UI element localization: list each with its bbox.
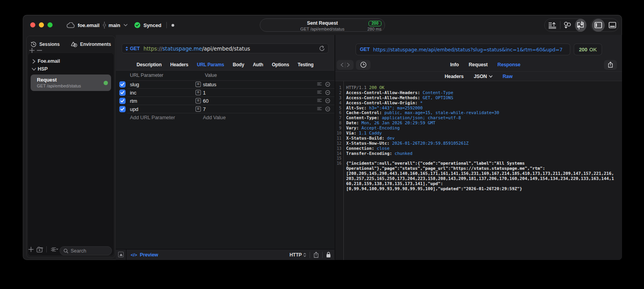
param-enabled-checkbox[interactable] [119,98,126,104]
param-value[interactable]: 1 [203,90,206,96]
environments-icon [71,41,77,47]
chevron-down-icon [489,75,493,78]
response-request-line[interactable]: GET https://statuspage.me/api/embed/stat… [356,44,570,55]
tab-info[interactable]: Info [450,62,459,67]
request-list-item-selected[interactable]: Request GET /api/embed/status [31,75,111,91]
subtab-json[interactable]: JSON [474,74,492,79]
protocol-selector[interactable]: HTTP [290,252,306,258]
new-folder-icon[interactable] [36,247,43,253]
header-value: public, max-age=15, stale-while-revalida… [382,110,499,115]
param-name[interactable]: upd [130,106,138,112]
share-icon[interactable] [314,252,319,258]
line-number [335,176,343,181]
response-raw-view[interactable]: 1 HTTP/1.1 200 OK 2 Access-Control-Allow… [335,81,622,260]
sidebar-tab-environments[interactable]: Environments [71,41,111,47]
tab-request[interactable]: Request [469,62,487,67]
param-enabled-checkbox[interactable] [119,81,126,87]
param-value[interactable]: status [203,82,216,87]
response-tabs: Info Request Response [370,59,600,70]
param-name[interactable]: rtm [130,98,137,104]
line-number: 1 [335,85,343,90]
sync-loops-icon[interactable] [563,21,572,29]
back-icon[interactable] [340,63,345,67]
status-code-badge: 200 [369,21,381,26]
param-format-icon[interactable] [317,99,322,103]
sidebar-add-icon[interactable] [29,47,35,54]
collapse-panel-icon[interactable] [118,252,124,257]
sidebar: Sessions Environments [26,36,115,258]
response-header-line: Access-Control-Allow-Origin* [343,100,423,105]
param-remove-icon[interactable] [325,90,330,95]
titlebar-separator [166,22,167,28]
toggle-sidebar-button-active[interactable] [592,19,605,32]
request-url-field[interactable]: GET https://statuspage.me/api/embed/stat… [122,44,328,53]
lock-icon[interactable] [326,252,331,258]
response-method: GET [360,47,370,52]
chevron-down-icon[interactable] [124,24,128,26]
request-url[interactable]: https://statuspage.me/api/embed/status [143,45,250,52]
subtab-raw[interactable]: Raw [503,74,513,79]
tab-response[interactable]: Response [498,62,521,67]
branch-icon [103,22,106,29]
param-remove-icon[interactable] [325,82,330,87]
sidebar-remove-icon[interactable] [36,47,43,54]
response-url: https://statuspage.me/api/embed/status?s… [373,47,562,53]
header-value: chunked [392,151,412,156]
sidebar-bottom-toolbar: Search [27,244,114,255]
add-request-icon[interactable] [28,247,34,252]
param-remove-icon[interactable] [325,107,330,111]
export-list-icon[interactable] [548,22,556,29]
search-input[interactable]: Search [60,246,112,255]
param-value[interactable]: 60 [203,98,208,104]
sidebar-tab-sessions[interactable]: Sessions [31,42,60,47]
sessions-list: Foe.email HSP Request GET /api/embed/sta… [27,53,114,256]
sent-request-status-pill[interactable]: Sent Request GET /api/embed/status 200 2… [260,18,385,32]
code-icon: </> [131,253,137,257]
chevron-down-icon[interactable] [30,68,38,71]
toolbar-group-actions [544,18,587,32]
param-name[interactable]: slug [130,82,139,87]
add-value-placeholder[interactable]: Add Value [203,115,226,120]
response-header-line: Transfer-Encodingchunked [343,151,412,156]
refresh-icon[interactable] [319,45,325,51]
view-options-icon[interactable] [51,247,58,252]
param-remove-icon[interactable] [325,98,330,103]
tree-item-hsp[interactable]: HSP [27,65,114,73]
toggle-bottom-panel-button[interactable] [609,22,616,28]
tab-testing[interactable]: Testing [298,62,314,67]
param-enabled-checkbox[interactable] [119,89,126,96]
tab-description[interactable]: Description [137,62,162,67]
request-footer-bar: </> Preview HTTP [116,249,334,260]
branch-name[interactable]: main [108,22,120,28]
param-name[interactable]: inc [130,90,136,96]
project-name[interactable]: foe.email [78,22,99,28]
request-method[interactable]: GET [130,46,140,51]
tab-headers[interactable]: Headers [170,62,188,67]
param-value[interactable]: 7 [203,106,206,112]
header-name: Access-Control-Allow-Headers [346,90,420,95]
subtab-headers[interactable]: Headers [445,74,463,79]
transfer-button-active[interactable] [575,19,586,32]
line-number: 14 [335,151,343,156]
chevron-right-icon[interactable] [30,59,38,64]
tab-auth[interactable]: Auth [253,62,263,67]
request-panel: GET https://statuspage.me/api/embed/stat… [116,35,334,260]
param-format-icon[interactable] [317,91,322,95]
export-response-button[interactable] [604,60,617,70]
method-selector-icon[interactable] [125,46,128,51]
history-clock-button[interactable] [356,60,370,70]
param-format-icon[interactable] [317,82,322,86]
param-format-icon[interactable] [317,107,322,111]
close-window-button[interactable] [30,22,35,27]
add-param-placeholder[interactable]: Add URL Parameter [130,115,175,120]
tab-url-params[interactable]: URL Params [197,62,224,67]
param-enabled-checkbox[interactable] [119,106,126,112]
response-blank-line [343,156,346,161]
tab-options[interactable]: Options [272,62,289,67]
preview-button[interactable]: </> Preview [131,249,158,260]
forward-icon[interactable] [345,63,350,67]
zoom-window-button[interactable] [47,22,53,27]
tab-body[interactable]: Body [233,62,244,67]
tree-item-foe-email[interactable]: Foe.email [27,57,114,65]
minimize-window-button[interactable] [39,22,44,27]
